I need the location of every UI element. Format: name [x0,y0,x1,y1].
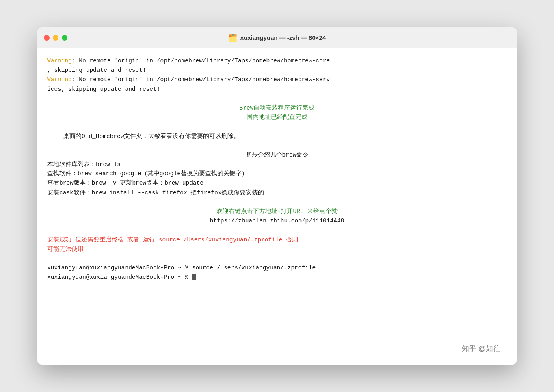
old-homebrew-notice: 桌面的Old_Homebrew文件夹，大致看看没有你需要的可以删除。 [47,132,507,141]
brew-complete-text: Brew自动安装程序运行完成 [240,105,315,111]
warning-cont-text-2: ices, skipping update and reset! [47,86,160,93]
install-success-text2: 可能无法使用 [47,246,84,252]
title-icon: 🗂️ [228,33,237,42]
terminal-window: 🗂️ xuxiangyuan — -zsh — 80×24 Warning: N… [37,27,517,365]
cmd2-line: 查找软件：brew search google（其中google替换为要查找的关… [47,169,507,179]
install-success-text: 安装成功 但还需要重启终端 或者 运行 source /Users/xuxian… [47,237,298,243]
welcome-msg-text: 欢迎右键点击下方地址-打开URL 来给点个赞 [216,208,338,215]
warning-line-2: Warning: No remote 'origin' in /opt/home… [47,75,507,84]
terminal-body[interactable]: Warning: No remote 'origin' in /opt/home… [37,48,517,365]
warning-continuation-2: ices, skipping update and reset! [47,85,507,94]
minimize-button[interactable] [53,35,58,41]
warning-keyword-1: Warning [47,58,72,64]
warning-text-2: : No remote 'origin' in /opt/homebrew/Li… [72,76,330,83]
terminal-cursor [192,274,196,280]
cmd3-line: 查看brew版本：brew -v 更新brew版本：brew update [47,179,507,188]
window-title: 🗂️ xuxiangyuan — -zsh — 80×24 [228,33,326,42]
titlebar: 🗂️ xuxiangyuan — -zsh — 80×24 [37,27,517,48]
cmd1-line: 本地软件库列表：brew ls [47,160,507,169]
title-text: xuxiangyuan — -zsh — 80×24 [240,34,326,41]
domestic-config-text: 国内地址已经配置完成 [247,114,307,121]
prompt-text-1: xuxiangyuan@xuxiangyuandeMacBook-Pro ~ %… [47,265,316,271]
url-text[interactable]: https://zhuanlan.zhihu.com/p/111014448 [210,218,344,224]
domestic-config-line: 国内地址已经配置完成 [47,113,507,122]
prompt-line-1: xuxiangyuan@xuxiangyuandeMacBook-Pro ~ %… [47,263,507,273]
close-button[interactable] [44,35,50,41]
welcome-msg-line: 欢迎右键点击下方地址-打开URL 来给点个赞 [47,207,507,216]
url-line[interactable]: https://zhuanlan.zhihu.com/p/111014448 [47,216,507,226]
prompt-line-2: xuxiangyuan@xuxiangyuandeMacBook-Pro ~ % [47,273,507,282]
cmd4-line: 安装cask软件：brew install --cask firefox 把fi… [47,188,507,198]
intro-title: 初步介绍几个brew命令 [47,151,507,160]
warning-cont-text-1: , skipping update and reset! [47,67,146,73]
warning-keyword-2: Warning [47,76,72,83]
maximize-button[interactable] [62,35,67,41]
warning-continuation-1: , skipping update and reset! [47,66,507,75]
traffic-lights [44,35,67,41]
install-success-line: 安装成功 但还需要重启终端 或者 运行 source /Users/xuxian… [47,235,507,245]
brew-complete-line: Brew自动安装程序运行完成 [47,103,507,113]
install-success-line2: 可能无法使用 [47,245,507,254]
watermark: 知乎 @如往 [462,344,500,353]
warning-text-1: : No remote 'origin' in /opt/homebrew/Li… [72,58,330,64]
warning-line-1: Warning: No remote 'origin' in /opt/home… [47,56,507,66]
prompt-text-2: xuxiangyuan@xuxiangyuandeMacBook-Pro ~ % [47,274,192,280]
